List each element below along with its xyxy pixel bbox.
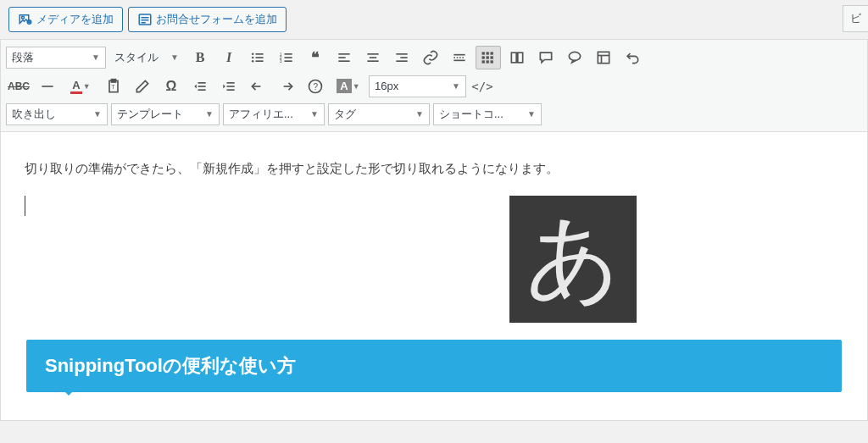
clipboard-icon: T	[105, 78, 122, 95]
affiliate-select[interactable]: アフィリエ... ▼	[223, 103, 325, 125]
toolbar-row-1: 段落 ▼ スタイル ▼ B I 123 ❝	[6, 43, 862, 72]
svg-rect-40	[518, 53, 523, 63]
balloon-select[interactable]: 吹き出し ▼	[6, 103, 108, 125]
template-select-label: テンプレート	[117, 107, 183, 122]
svg-rect-30	[482, 52, 485, 54]
caret-icon: ▼	[83, 82, 91, 91]
svg-rect-18	[338, 53, 349, 55]
bold-button[interactable]: B	[187, 46, 213, 69]
media-buttons-bar: メディアを追加 お問合せフォームを追加	[0, 0, 868, 39]
code-button[interactable]: </>	[470, 75, 495, 98]
caret-icon: ▼	[92, 53, 100, 62]
columns-button[interactable]	[504, 46, 530, 69]
italic-icon: I	[226, 50, 231, 65]
bold-icon: B	[196, 50, 205, 65]
add-media-label: メディアを追加	[36, 11, 114, 28]
text-color-icon: A	[70, 79, 81, 94]
number-list-button[interactable]: 123	[274, 46, 299, 69]
speech-icon	[566, 49, 583, 66]
italic-button[interactable]: I	[216, 46, 242, 69]
strikethrough-button[interactable]: ABC	[6, 75, 31, 98]
chat-button[interactable]	[533, 46, 559, 69]
redo-button[interactable]	[274, 75, 299, 98]
editor-content[interactable]: 切り取りの準備ができたら、「新規作成」を押すと設定した形で切り取れるようになりま…	[1, 132, 867, 420]
paste-text-button[interactable]: T	[101, 75, 126, 98]
editor-container: 段落 ▼ スタイル ▼ B I 123 ❝ ABC	[0, 39, 868, 421]
eraser-icon	[134, 78, 151, 95]
add-media-button[interactable]: メディアを追加	[8, 7, 123, 32]
visual-tab[interactable]: ビ	[843, 5, 868, 32]
tag-select[interactable]: タグ ▼	[328, 103, 430, 125]
undo-cart-button[interactable]	[620, 46, 645, 69]
svg-rect-32	[491, 52, 493, 54]
template-select[interactable]: テンプレート ▼	[111, 103, 220, 125]
strike-icon: ABC	[8, 80, 30, 92]
indent-button[interactable]	[216, 75, 242, 98]
svg-rect-22	[370, 57, 376, 58]
svg-rect-21	[367, 53, 378, 55]
insert-more-button[interactable]	[447, 46, 472, 69]
svg-rect-54	[227, 89, 235, 91]
template-button[interactable]	[591, 46, 616, 69]
svg-text:?: ?	[314, 82, 319, 91]
svg-rect-37	[487, 60, 489, 63]
bg-color-button[interactable]: A▼	[331, 75, 365, 98]
svg-rect-39	[511, 53, 516, 63]
style-select[interactable]: スタイル ▼	[109, 47, 184, 69]
quote-icon: ❝	[311, 48, 320, 67]
svg-point-6	[252, 53, 254, 55]
help-button[interactable]: ?	[303, 75, 328, 98]
link-icon	[422, 49, 439, 66]
svg-rect-19	[338, 57, 345, 58]
svg-rect-34	[487, 56, 489, 58]
hr-icon	[39, 78, 56, 95]
balloon-select-label: 吹き出し	[12, 107, 56, 122]
columns-icon	[509, 49, 526, 66]
svg-rect-49	[198, 82, 206, 84]
kitchen-sink-icon	[480, 49, 497, 66]
font-size-select[interactable]: 16px ▼	[369, 75, 466, 97]
align-left-button[interactable]	[331, 46, 357, 69]
svg-rect-52	[227, 82, 235, 84]
form-icon	[137, 12, 153, 27]
text-color-button[interactable]: A▼	[64, 75, 97, 98]
help-icon: ?	[307, 78, 324, 95]
toolbar-toggle-button[interactable]	[476, 46, 501, 69]
balloon-button[interactable]	[562, 46, 587, 69]
format-select[interactable]: 段落 ▼	[6, 47, 106, 69]
outdent-button[interactable]	[187, 75, 213, 98]
caret-icon: ▼	[93, 109, 102, 119]
svg-rect-11	[256, 60, 264, 62]
svg-rect-38	[491, 60, 493, 63]
align-left-icon	[336, 49, 353, 66]
svg-point-41	[569, 52, 580, 60]
chat-icon	[537, 49, 554, 66]
more-icon	[451, 49, 468, 66]
align-center-icon	[364, 49, 381, 66]
align-center-button[interactable]	[360, 46, 386, 69]
undo-icon	[624, 49, 641, 66]
bg-color-icon: A	[337, 79, 351, 93]
add-contact-form-button[interactable]: お問合せフォームを追加	[128, 7, 287, 32]
svg-rect-36	[482, 60, 485, 63]
svg-text:T: T	[112, 84, 115, 90]
undo-button[interactable]	[245, 75, 270, 98]
font-size-label: 16px	[375, 80, 398, 92]
svg-rect-35	[491, 56, 493, 58]
blockquote-button[interactable]: ❝	[303, 46, 328, 69]
svg-point-10	[252, 59, 254, 62]
svg-rect-15	[285, 57, 292, 58]
caret-icon: ▼	[415, 109, 424, 119]
clear-format-button[interactable]	[130, 75, 155, 98]
hr-button[interactable]	[35, 75, 60, 98]
add-contact-form-label: お問合せフォームを追加	[156, 11, 277, 28]
code-icon: </>	[471, 80, 492, 93]
special-char-button[interactable]: Ω	[159, 75, 184, 98]
shortcode-select[interactable]: ショートコ... ▼	[433, 103, 542, 125]
undo-arrow-icon	[249, 78, 266, 95]
callout-heading: SnippingToolの便利な使い方	[26, 340, 842, 392]
link-button[interactable]	[418, 46, 443, 69]
bullet-list-button[interactable]	[245, 46, 270, 69]
align-right-button[interactable]	[389, 46, 415, 69]
svg-rect-17	[285, 60, 292, 62]
